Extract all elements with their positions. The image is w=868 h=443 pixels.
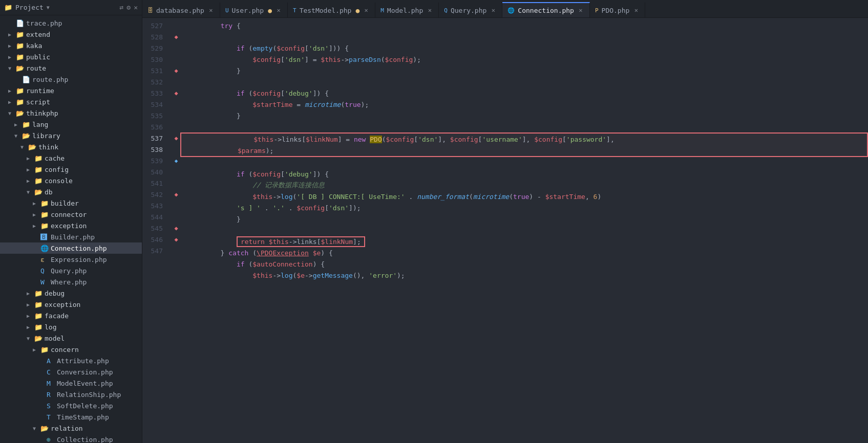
editor-area: 🗄 database.php ✕ U User.php ● ✕ T TestMo… xyxy=(142,0,868,443)
tree-item-connection-php[interactable]: 🌐 Connection.php xyxy=(0,242,142,254)
code-editor[interactable]: try { if (empty($config['dsn'])) { $conf… xyxy=(180,18,868,443)
tree-item-log[interactable]: ▶ 📁 log xyxy=(0,321,142,333)
p537d xyxy=(366,136,370,143)
ln-542: 542 xyxy=(142,189,167,200)
tree-item-expression-php[interactable]: ε Expression.php xyxy=(0,254,142,265)
folder-icon-kaka: 📁 xyxy=(16,42,24,49)
i537 xyxy=(189,136,253,143)
g-542[interactable]: ◆ xyxy=(172,189,180,200)
p545b xyxy=(309,249,313,257)
p537b: links[ xyxy=(282,136,306,143)
arrow-script: ▶ xyxy=(8,99,14,105)
tab-user-php[interactable]: U User.php ● ✕ xyxy=(220,2,288,17)
tab-pdo-php[interactable]: P PDO.php ✕ xyxy=(590,2,645,17)
tree-item-relationship-php[interactable]: R RelationShip.php xyxy=(0,389,142,400)
g-528[interactable]: ◆ xyxy=(172,31,180,42)
tree-item-route-php[interactable]: 📄 route.php xyxy=(0,74,142,85)
tree-item-builder-php[interactable]: 🅱 Builder.php xyxy=(0,231,142,242)
tab-database-php[interactable]: 🗄 database.php ✕ xyxy=(142,2,220,17)
tree-item-connector[interactable]: ▶ 📁 connector xyxy=(0,209,142,220)
tree-item-think[interactable]: ▼ 📂 think xyxy=(0,141,142,152)
tab-close-connection[interactable]: ✕ xyxy=(577,7,584,14)
arrow-model: ▼ xyxy=(27,335,33,341)
tab-close-testmodel[interactable]: ✕ xyxy=(363,7,370,14)
i535: } xyxy=(188,112,241,120)
file-icon-collection-php: ⊕ xyxy=(47,436,55,443)
tree-item-exception[interactable]: ▶ 📁 exception xyxy=(0,220,142,231)
i544 xyxy=(188,238,237,246)
folder-icon-script: 📁 xyxy=(16,98,24,105)
settings-icon[interactable]: ⚙ xyxy=(126,4,131,11)
tree-item-route[interactable]: ▼ 📂 route xyxy=(0,62,142,74)
ln-530: 530 xyxy=(142,54,167,65)
tree-item-trace-php[interactable]: 📄 trace.php xyxy=(0,17,142,29)
tab-connection-php[interactable]: 🌐 Connection.php ✕ xyxy=(502,2,590,17)
tab-model-php[interactable]: M Model.php ✕ xyxy=(375,2,439,17)
tree-item-conversion-php[interactable]: C Conversion.php xyxy=(0,366,142,378)
layout-icon[interactable]: ⇄ xyxy=(120,4,124,11)
ln-539: 539 xyxy=(142,155,167,166)
tree-item-cache[interactable]: ▶ 📁 cache xyxy=(0,152,142,164)
g-531[interactable]: ◆ xyxy=(172,65,180,76)
tab-query-php[interactable]: Q Query.php ✕ xyxy=(439,2,502,17)
ln-537: 537 xyxy=(142,132,167,144)
tree-item-console[interactable]: ▶ 📁 console xyxy=(0,175,142,186)
tree-item-script[interactable]: ▶ 📁 script xyxy=(0,96,142,107)
tree-item-db[interactable]: ▼ 📂 db xyxy=(0,186,142,197)
tree-item-debug[interactable]: ▶ 📁 debug xyxy=(0,287,142,299)
tree-label-conversion-php: Conversion.php xyxy=(57,368,113,376)
tab-close-user[interactable]: ✕ xyxy=(275,7,282,14)
code-line-545: } catch (\PDOException $e) { xyxy=(180,247,868,258)
tree-item-concern[interactable]: ▶ 📁 concern xyxy=(0,344,142,355)
tree-item-builder[interactable]: ▶ 📁 builder xyxy=(0,197,142,209)
tree-item-attribute-php[interactable]: A Attribute.php xyxy=(0,355,142,366)
tree-item-where-php[interactable]: W Where.php xyxy=(0,276,142,287)
code-line-542: } xyxy=(180,213,868,225)
p533b: [ xyxy=(281,90,285,97)
g-533[interactable]: ◆ xyxy=(172,87,180,99)
tree-item-model[interactable]: ▼ 📂 model xyxy=(0,333,142,344)
tab-close-query[interactable]: ✕ xyxy=(490,7,497,14)
tab-testmodel-php[interactable]: T TestModel.php ● ✕ xyxy=(288,2,375,17)
tree-item-relation[interactable]: ▼ 📂 relation xyxy=(0,423,142,434)
tree-label-concern: concern xyxy=(51,346,79,353)
tree-item-public[interactable]: ▶ 📁 public xyxy=(0,51,142,62)
tree-item-library[interactable]: ▼ 📂 library xyxy=(0,130,142,141)
tree-item-kaka[interactable]: ▶ 📁 kaka xyxy=(0,40,142,51)
cls-pdo: PDO xyxy=(370,136,382,143)
tree-item-config[interactable]: ▶ 📁 config xyxy=(0,164,142,175)
tree-label-exception2: exception xyxy=(45,301,80,308)
tree-item-timestamp-php[interactable]: T TimeStamp.php xyxy=(0,411,142,423)
code-line-534: $startTime = microtime(true); xyxy=(180,99,868,110)
fn-micro-541: microtime xyxy=(473,193,509,201)
p545c: ) { xyxy=(321,249,332,257)
tree-item-softdelete-php[interactable]: S SoftDelete.php xyxy=(0,400,142,411)
tree-item-runtime[interactable]: ▶ 📁 runtime xyxy=(0,85,142,96)
tree-item-modelevent-php[interactable]: M ModelEvent.php xyxy=(0,378,142,389)
g-539[interactable]: ◆ xyxy=(172,155,180,166)
g-537[interactable]: ◆ xyxy=(172,132,180,144)
tab-close-database[interactable]: ✕ xyxy=(207,7,215,14)
tree-item-exception2[interactable]: ▶ 📁 exception xyxy=(0,299,142,310)
g-545[interactable]: ◆ xyxy=(172,223,180,234)
tree-item-collection-php[interactable]: ⊕ Collection.php xyxy=(0,434,142,443)
tree-item-thinkphp[interactable]: ▼ 📂 thinkphp xyxy=(0,107,142,119)
tab-close-model[interactable]: ✕ xyxy=(426,7,433,14)
dropdown-icon[interactable]: ▼ xyxy=(47,5,50,10)
folder-icon-extend: 📁 xyxy=(16,31,24,38)
code-line-527: try { xyxy=(180,20,868,31)
close-icon[interactable]: ✕ xyxy=(134,4,138,11)
tree-item-query-php[interactable]: Q Query.php xyxy=(0,265,142,276)
tree-item-facade[interactable]: ▶ 📁 facade xyxy=(0,310,142,321)
tree-item-extend[interactable]: ▶ 📁 extend xyxy=(0,29,142,40)
tree-item-lang[interactable]: ▶ 📁 lang xyxy=(0,119,142,130)
g-546[interactable]: ◆ xyxy=(172,234,180,245)
tree-label-kaka: kaka xyxy=(26,42,42,50)
tab-icon-user: U xyxy=(225,7,229,14)
tab-icon-connection: 🌐 xyxy=(507,7,515,14)
sidebar-title-area[interactable]: 📁 Project ▼ xyxy=(4,4,50,11)
p539b: [ xyxy=(281,170,285,178)
v-e-545: $e xyxy=(313,249,321,257)
tab-close-pdo[interactable]: ✕ xyxy=(632,7,640,14)
code-line-529: if (empty($config['dsn'])) { xyxy=(180,42,868,54)
